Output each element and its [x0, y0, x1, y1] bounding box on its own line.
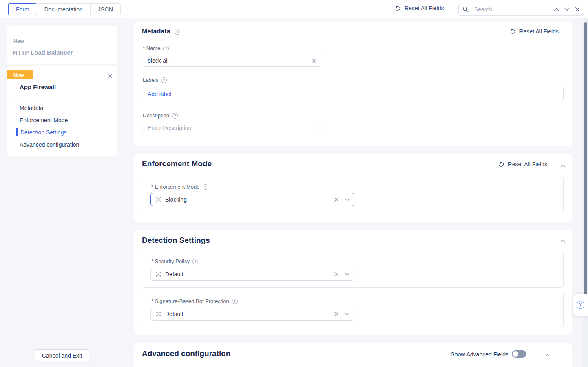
detection-settings-title: Detection Settings [142, 236, 210, 245]
collapse-section-icon[interactable] [559, 162, 566, 169]
description-label: Description [143, 112, 178, 119]
chevron-down-icon[interactable] [342, 309, 352, 319]
metadata-section: Metadata Reset All Fields * Name Labels … [134, 22, 572, 146]
sidebar-item-enforcement-mode[interactable]: Enforcement Mode [7, 114, 117, 126]
help-icon[interactable] [175, 29, 180, 35]
reset-all-fields-button[interactable]: Reset All Fields [394, 5, 444, 11]
tab-json[interactable]: JSON [90, 3, 121, 15]
cancel-and-exit-button[interactable]: Cancel and Exit [35, 349, 89, 361]
enforcement-reset-all-button[interactable]: Reset All Fields [498, 161, 547, 167]
object-close-icon[interactable] [104, 70, 115, 81]
context-title: HTTP Load Balancer [13, 49, 73, 56]
top-bar: Form Documentation JSON Reset All Fields [0, 0, 588, 18]
enforcement-mode-select[interactable]: Blocking [150, 193, 354, 206]
search-prev-button[interactable] [551, 4, 561, 15]
name-field [142, 55, 321, 67]
advanced-configuration-section: Advanced configuration Show Advanced Fie… [134, 343, 572, 367]
chevron-down-icon[interactable] [342, 194, 352, 205]
security-policy-label: * Security Policy [151, 258, 198, 264]
search-divider [549, 6, 549, 13]
add-label-button[interactable]: Add label [148, 91, 171, 97]
sidebar-divider [7, 98, 117, 98]
sidebar-item-advanced-configuration[interactable]: Advanced configuration [7, 139, 117, 150]
enforcement-mode-value: Blocking [165, 196, 331, 203]
enforcement-mode-section: Enforcement Mode Reset All Fields * Enfo… [134, 154, 572, 222]
tab-form[interactable]: Form [8, 3, 37, 15]
labels-label: Labels [143, 77, 167, 83]
name-input[interactable] [148, 57, 309, 64]
enforcement-mode-group: * Enforcement Mode Blocking [142, 177, 564, 213]
chevron-down-icon[interactable] [342, 269, 352, 279]
metadata-title: Metadata [142, 28, 170, 35]
security-policy-group: * Security Policy Default [142, 252, 564, 288]
view-tabs: Form Documentation JSON [8, 3, 121, 15]
enforcement-mode-label: * Enforcement Mode [151, 184, 208, 190]
new-badge: New [7, 70, 33, 79]
clear-selection-icon[interactable] [331, 194, 342, 205]
context-eyebrow: New [13, 38, 24, 44]
show-advanced-fields-toggle[interactable] [512, 350, 526, 358]
detection-settings-section: Detection Settings * Security Policy Def… [134, 230, 572, 335]
description-input[interactable] [148, 125, 321, 131]
help-icon[interactable] [192, 259, 198, 264]
object-card: New App Firewall Metadata Enforcement Mo… [7, 66, 117, 156]
security-policy-value: Default [165, 271, 331, 277]
help-icon[interactable] [232, 299, 238, 304]
clear-selection-icon[interactable] [331, 269, 342, 279]
search-next-button[interactable] [561, 4, 572, 15]
reset-icon [509, 29, 516, 35]
search-icon [460, 4, 471, 15]
object-title: App Firewall [20, 84, 56, 90]
question-circle-icon [577, 301, 584, 309]
oneof-selector-icon [155, 196, 162, 203]
security-policy-select[interactable]: Default [150, 268, 354, 281]
enforcement-mode-title: Enforcement Mode [142, 159, 212, 168]
bot-protection-group: * Signature-Based Bot Protection Default [142, 292, 564, 327]
advanced-configuration-title: Advanced configuration [142, 349, 230, 358]
find-in-form [458, 3, 584, 16]
sidebar-item-detection-settings[interactable]: Detection Settings [7, 127, 117, 138]
bot-protection-value: Default [165, 311, 331, 317]
help-button[interactable] [573, 294, 588, 316]
collapse-section-icon[interactable] [559, 237, 566, 244]
collapse-section-icon[interactable] [544, 352, 550, 358]
description-field [142, 122, 321, 134]
bot-protection-select[interactable]: Default [150, 308, 354, 321]
labels-field[interactable]: Add label [142, 87, 564, 101]
oneof-selector-icon [155, 271, 162, 277]
sidebar-item-metadata[interactable]: Metadata [7, 102, 117, 114]
tab-documentation[interactable]: Documentation [37, 3, 91, 15]
context-card: New HTTP Load Balancer [7, 26, 117, 64]
reset-icon [498, 161, 505, 167]
bot-protection-label: * Signature-Based Bot Protection [151, 298, 238, 304]
oneof-selector-icon [155, 311, 162, 317]
help-icon[interactable] [161, 77, 167, 83]
help-icon[interactable] [203, 184, 208, 190]
name-label: * Name [143, 45, 169, 51]
metadata-reset-all-button[interactable]: Reset All Fields [509, 28, 559, 35]
sidebar-notch [12, 95, 18, 101]
show-advanced-fields-label: Show Advanced Fields [451, 351, 508, 358]
reset-all-fields-label: Reset All Fields [405, 5, 444, 11]
reset-icon [394, 5, 401, 11]
search-close-icon[interactable] [572, 4, 583, 15]
scrollbar-thumb[interactable] [584, 22, 587, 312]
clear-name-icon[interactable] [309, 55, 319, 66]
clear-selection-icon[interactable] [331, 309, 342, 319]
help-icon[interactable] [172, 113, 178, 119]
toggle-knob [513, 351, 518, 357]
help-icon[interactable] [163, 46, 169, 51]
search-input[interactable] [474, 6, 547, 13]
